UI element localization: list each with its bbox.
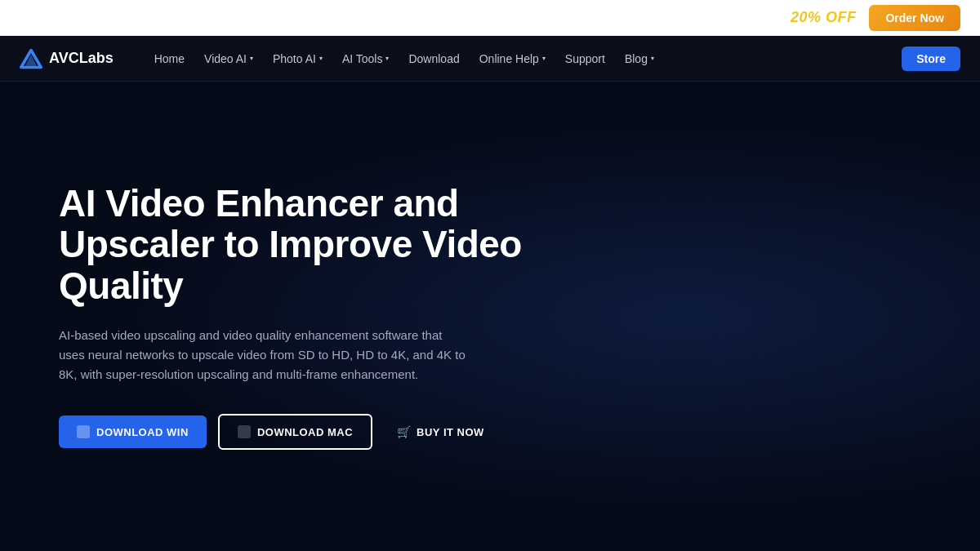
video-ai-caret: ▾ [250, 55, 253, 62]
blog-caret: ▾ [651, 55, 654, 62]
order-now-button[interactable]: Order Now [869, 5, 960, 31]
cart-icon: 🛒 [397, 425, 410, 438]
nav-links: Home Video AI ▾ Photo AI ▾ AI Tools ▾ Do… [146, 47, 902, 70]
online-help-caret: ▾ [542, 55, 546, 62]
store-button[interactable]: Store [902, 47, 960, 71]
hero-section: AI Video Enhancer and Upscaler to Improv… [0, 82, 980, 551]
download-mac-button[interactable]: DOWNLOAD MAC [218, 414, 372, 450]
nav-home[interactable]: Home [146, 47, 193, 70]
buy-now-button[interactable]: 🛒 BUY IT NOW [384, 415, 497, 448]
photo-ai-caret: ▾ [319, 55, 323, 62]
download-win-button[interactable]: DOWNLOAD WIN [59, 415, 207, 448]
nav-online-help[interactable]: Online Help ▾ [471, 47, 554, 70]
discount-badge: 20% OFF [791, 9, 857, 26]
ai-tools-caret: ▾ [385, 55, 389, 62]
windows-icon [77, 425, 90, 438]
hero-description: AI-based video upscaling and video quali… [59, 326, 467, 384]
navbar: AVCLabs Home Video AI ▾ Photo AI ▾ AI To… [0, 36, 980, 82]
top-banner: 20% OFF Order Now [0, 0, 980, 36]
nav-support[interactable]: Support [557, 47, 613, 70]
nav-blog[interactable]: Blog ▾ [617, 47, 662, 70]
hero-buttons: DOWNLOAD WIN DOWNLOAD MAC 🛒 BUY IT NOW [59, 414, 532, 450]
nav-photo-ai[interactable]: Photo AI ▾ [265, 47, 331, 70]
logo-text: AVCLabs [49, 50, 114, 67]
avc-logo-icon [20, 47, 42, 70]
hero-title: AI Video Enhancer and Upscaler to Improv… [59, 183, 532, 307]
nav-download[interactable]: Download [400, 47, 467, 70]
hero-content: AI Video Enhancer and Upscaler to Improv… [59, 183, 532, 451]
mac-icon [238, 425, 251, 438]
nav-ai-tools[interactable]: AI Tools ▾ [334, 47, 398, 70]
logo-link[interactable]: AVCLabs [20, 47, 114, 70]
nav-video-ai[interactable]: Video AI ▾ [196, 47, 261, 70]
